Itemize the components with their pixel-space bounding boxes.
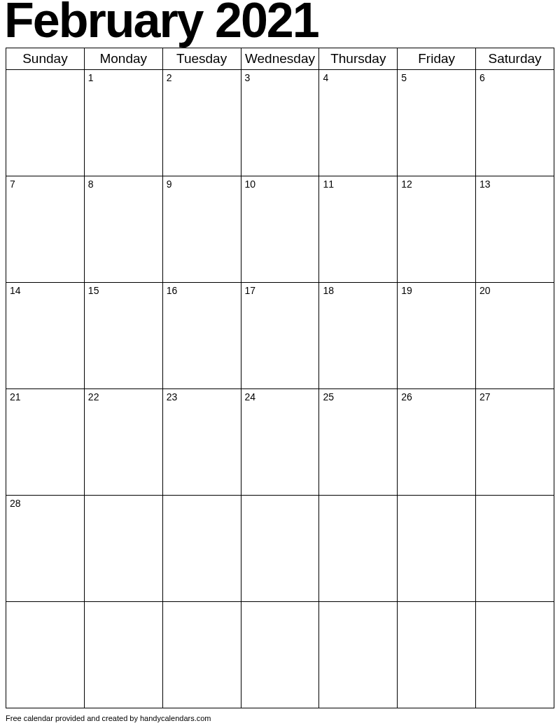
day-header: Tuesday (162, 48, 241, 70)
day-header: Monday (84, 48, 162, 70)
calendar-cell: 23 (162, 389, 241, 496)
calendar-cell: 11 (319, 176, 398, 283)
calendar-cell (398, 496, 476, 602)
day-header: Friday (398, 48, 476, 70)
calendar-cell: 3 (241, 70, 319, 176)
calendar-cell (162, 602, 241, 708)
calendar-cell: 4 (319, 70, 398, 176)
calendar-cell: 17 (241, 283, 319, 389)
calendar-cell: 18 (319, 283, 398, 389)
calendar-cell (162, 496, 241, 602)
calendar-cell: 24 (241, 389, 319, 496)
calendar-cell (398, 602, 476, 708)
calendar-cell: 27 (476, 389, 554, 496)
calendar-title: February 2021 (0, 0, 560, 45)
calendar-cell: 19 (398, 283, 476, 389)
calendar-cell (476, 602, 554, 708)
calendar-cell: 15 (84, 283, 162, 389)
calendar-cell (6, 70, 85, 176)
calendar-cell (319, 602, 398, 708)
calendar-cell: 2 (162, 70, 241, 176)
calendar-cell: 6 (476, 70, 554, 176)
calendar-cell: 25 (319, 389, 398, 496)
calendar-cell: 7 (6, 176, 85, 283)
calendar-cell (84, 496, 162, 602)
calendar-cell: 22 (84, 389, 162, 496)
calendar-cell (241, 496, 319, 602)
day-header: Thursday (319, 48, 398, 70)
day-header: Saturday (476, 48, 554, 70)
calendar-cell: 5 (398, 70, 476, 176)
calendar-cell (6, 602, 85, 708)
calendar-cell (241, 602, 319, 708)
calendar-cell: 20 (476, 283, 554, 389)
day-header: Sunday (6, 48, 85, 70)
calendar-cell (319, 496, 398, 602)
day-header: Wednesday (241, 48, 319, 70)
calendar-cell: 8 (84, 176, 162, 283)
calendar-cell: 16 (162, 283, 241, 389)
calendar-cell: 13 (476, 176, 554, 283)
footer-credit: Free calendar provided and created by ha… (0, 711, 560, 722)
calendar-cell: 14 (6, 283, 85, 389)
calendar-grid: Sunday Monday Tuesday Wednesday Thursday… (6, 48, 554, 708)
calendar-cell: 26 (398, 389, 476, 496)
calendar-cell: 28 (6, 496, 85, 602)
calendar-cell: 12 (398, 176, 476, 283)
calendar-cell (84, 602, 162, 708)
calendar-cell: 10 (241, 176, 319, 283)
calendar-cell (476, 496, 554, 602)
calendar-cell: 9 (162, 176, 241, 283)
calendar-cell: 21 (6, 389, 85, 496)
calendar-cell: 1 (84, 70, 162, 176)
